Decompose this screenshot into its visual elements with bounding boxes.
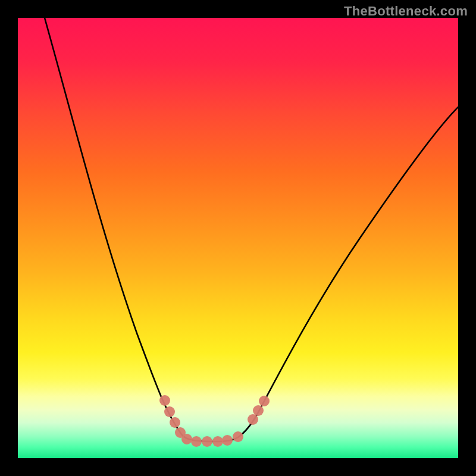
svg-point-13 (259, 396, 270, 406)
svg-point-11 (248, 414, 258, 425)
svg-point-3 (170, 417, 180, 428)
svg-point-8 (212, 436, 223, 447)
curve-main (45, 18, 458, 441)
highlight-dots (159, 395, 270, 447)
plot-area (18, 18, 458, 458)
svg-point-7 (202, 436, 212, 447)
bottleneck-curve (18, 18, 458, 458)
svg-point-1 (159, 395, 170, 406)
svg-point-5 (181, 434, 192, 444)
svg-point-10 (233, 431, 243, 442)
svg-point-12 (253, 405, 264, 416)
chart-root: TheBottleneck.com (0, 0, 476, 476)
svg-point-6 (191, 436, 202, 447)
watermark-text: TheBottleneck.com (344, 4, 468, 19)
svg-point-2 (164, 406, 175, 417)
svg-point-9 (222, 435, 233, 446)
